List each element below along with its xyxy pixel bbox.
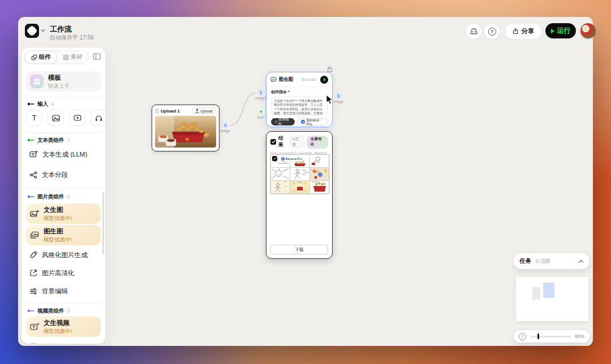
image-to-video-icon — [29, 343, 37, 344]
zoom-value: 60% — [575, 333, 584, 339]
run-button[interactable]: 运行 — [545, 23, 576, 38]
help-zoom-icon[interactable]: ? — [519, 333, 526, 340]
drag-handle-icon[interactable] — [155, 109, 159, 114]
help-button[interactable]: ? — [484, 23, 500, 40]
template-subtitle: 快速上手 — [48, 83, 70, 90]
divider — [26, 132, 101, 133]
fullscreen-compare-button[interactable]: 全屏对比 — [307, 136, 328, 149]
add-model-button[interactable]: + 添加模型 — [271, 118, 295, 125]
section-image: 图片类组件 5 — [27, 193, 101, 200]
node-title: 图生图 — [279, 76, 294, 83]
sidebar-item-image-to-image[interactable]: 图生图 模型优惠中! — [26, 225, 101, 245]
template-icon — [30, 75, 44, 88]
image-to-image-node[interactable]: 图生图 5s-30s 创作指令 * 为这款产品设计一个展示餐品触感美味的有点夸张… — [266, 72, 333, 127]
tasks-panel-header[interactable]: 任务 0 活跃 — [514, 253, 590, 269]
item-promo: 模型优惠中! — [44, 215, 72, 222]
node-run-button[interactable] — [320, 76, 328, 84]
plus-icon: + — [275, 120, 277, 124]
workflow-title: 工作流 — [50, 24, 72, 34]
i2i-input-image-port[interactable]: 1 image* — [251, 89, 270, 100]
input-audio-button[interactable] — [91, 110, 105, 126]
text-port-icon — [257, 109, 264, 115]
chevron-up-icon[interactable] — [578, 259, 584, 263]
node-dot-icon — [27, 102, 35, 106]
chevron-down-icon[interactable] — [41, 29, 45, 32]
input-text-button[interactable]: T — [26, 110, 42, 126]
user-avatar[interactable] — [580, 23, 596, 38]
sidebar-item-text-to-image[interactable]: 文生图 模型优惠中! — [26, 203, 101, 224]
model-icon — [281, 157, 285, 161]
run-label: 运行 — [557, 26, 571, 36]
community-button[interactable] — [466, 23, 482, 40]
result-node[interactable]: 结果 1 已选 全屏对比 你是一个专业的TVC广告分镜师，图中的产品是我这次TV… — [266, 131, 333, 259]
tab-assets[interactable]: 素材 — [57, 51, 88, 63]
prompt-textarea[interactable]: 为这款产品设计一个展示餐品触感美味的有点夸张的剧情故事，主人公是一个黑发亚洲男性… — [271, 97, 328, 115]
download-button[interactable]: 下载 — [270, 245, 328, 254]
autosave-status: 自动保存于 17:56 — [50, 34, 94, 42]
tasks-status: 0 活跃 — [536, 258, 551, 265]
sidebar-item-upscale[interactable]: 图片高清化 — [26, 266, 101, 280]
tab-components[interactable]: 组件 — [24, 50, 57, 64]
selected-count-badge: 1 已选 — [290, 136, 304, 148]
section-text: 文本类组件 2 — [27, 137, 101, 144]
upload-button[interactable]: Upload — [192, 107, 216, 114]
result-checkbox[interactable] — [270, 139, 276, 145]
result-image[interactable]: Banana Pro — [270, 154, 329, 194]
i2i-output-port[interactable]: 1 image — [329, 93, 348, 103]
node-duration: 5s-30s — [302, 78, 316, 81]
instruction-label: 创作指令 * — [266, 87, 332, 95]
upload-output-port[interactable]: 1 image — [216, 122, 235, 133]
section-input-count: 4 — [51, 101, 54, 107]
sidebar-item-image-to-video[interactable]: 图生视频 — [26, 339, 101, 344]
section-image-label: 图片类组件 — [37, 193, 64, 201]
section-text-count: 2 — [67, 137, 70, 143]
input-image-button[interactable] — [48, 110, 64, 126]
zoom-slider-thumb[interactable] — [537, 333, 539, 339]
image-select-checkbox[interactable] — [272, 156, 277, 161]
zoom-slider[interactable] — [530, 336, 571, 337]
item-label: 图生视频 — [42, 343, 68, 344]
sidebar-item-text-split[interactable]: 文本分段 — [26, 167, 101, 182]
input-video-button[interactable] — [69, 110, 85, 126]
sidebar-item-stylize[interactable]: 风格化图片生成 — [26, 248, 101, 262]
section-input: 输入 4 — [27, 101, 101, 107]
item-label: 文生图 — [44, 206, 72, 214]
minimap[interactable] — [516, 277, 588, 321]
share-button[interactable]: 分享 — [505, 23, 542, 40]
uploaded-image-nuggets[interactable]: M — [155, 116, 216, 148]
section-image-count: 5 — [67, 194, 70, 200]
text-input-icon: T — [32, 114, 37, 122]
template-card[interactable]: 模板 快速上手 — [26, 71, 101, 92]
upload-node[interactable]: Upload 1 Upload — [152, 105, 220, 151]
discord-icon — [470, 28, 478, 35]
brush-icon — [29, 251, 37, 259]
clock-icon — [302, 78, 305, 81]
i2i-input-text-port[interactable]: text* — [251, 109, 270, 119]
split-icon — [29, 171, 37, 179]
node-dot-icon-purple — [27, 309, 35, 313]
assets-grid-icon — [63, 54, 69, 60]
section-video: 视频类组件 5 — [27, 307, 101, 314]
section-input-label: 输入 — [37, 101, 48, 108]
model-icon — [301, 120, 304, 124]
divider — [26, 188, 101, 188]
app-logo[interactable] — [25, 24, 39, 38]
sliders-icon — [29, 288, 37, 295]
share-icon — [513, 28, 519, 34]
sidebar-scrollbar[interactable] — [102, 192, 104, 254]
zoom-controls: ? 60% — [514, 330, 590, 343]
desktop-wallpaper: 工作流 自动保存于 17:56 ? 分享 运行 组件 — [0, 0, 611, 364]
image-icon — [52, 115, 60, 122]
sidebar-item-text-to-video[interactable]: 文生视频 模型优惠中! — [26, 317, 101, 337]
upload-node-title: Upload 1 — [161, 109, 180, 114]
sidebar-item-background-edit[interactable]: 背景编辑 — [26, 284, 101, 298]
svg-text:M: M — [186, 137, 189, 141]
port-count: 1 — [335, 93, 342, 99]
sidebar-item-text-gen[interactable]: 文本生成 (LLM) — [26, 147, 101, 162]
port-count: 1 — [257, 89, 264, 96]
model-selector[interactable]: Banana Pro — [297, 118, 328, 125]
minimap-node-blue — [543, 283, 554, 298]
collapse-panel-icon[interactable] — [93, 53, 101, 60]
item-label: 文本生成 (LLM) — [42, 150, 87, 159]
text-generate-icon — [29, 150, 38, 158]
